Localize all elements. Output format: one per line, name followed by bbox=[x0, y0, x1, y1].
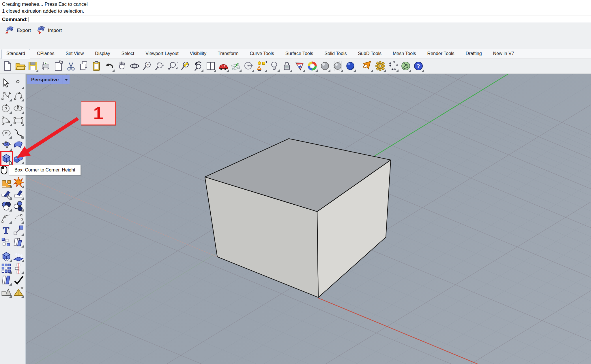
save-file-icon[interactable] bbox=[27, 60, 39, 72]
zoom-window-icon[interactable] bbox=[154, 60, 166, 72]
tool-ellipse[interactable] bbox=[13, 103, 24, 114]
tab-select[interactable]: Select bbox=[121, 49, 134, 59]
flyout-corner-icon bbox=[290, 69, 292, 72]
tool-split[interactable] bbox=[13, 188, 24, 200]
tool-blend-curve[interactable] bbox=[13, 212, 24, 224]
export-button[interactable]: Export bbox=[3, 25, 33, 36]
tab-display[interactable]: Display bbox=[95, 49, 110, 59]
tab-standard[interactable]: Standard bbox=[1, 49, 30, 59]
viewport-menu-dropdown[interactable] bbox=[63, 75, 70, 84]
tool-scale[interactable] bbox=[13, 225, 24, 236]
render-icon[interactable] bbox=[345, 60, 356, 72]
tool-text[interactable]: T bbox=[1, 225, 12, 236]
tool-check-objects[interactable] bbox=[13, 274, 24, 286]
tool-fillet-curve[interactable] bbox=[1, 212, 12, 224]
tool-curved-surface[interactable] bbox=[13, 140, 24, 151]
viewport-layout-icon[interactable] bbox=[205, 60, 216, 72]
render-preview-icon[interactable] bbox=[319, 60, 331, 72]
tool-sphere[interactable] bbox=[13, 153, 24, 164]
paste-icon[interactable] bbox=[91, 60, 102, 72]
tool-explode[interactable] bbox=[13, 177, 24, 188]
zoom-dynamic-icon[interactable]: ± bbox=[141, 60, 153, 72]
tab-curve-tools[interactable]: Curve Tools bbox=[250, 49, 274, 59]
tab-drafting[interactable]: Drafting bbox=[466, 49, 482, 59]
tool-trim[interactable] bbox=[1, 188, 12, 200]
world-globe-icon[interactable] bbox=[400, 60, 412, 72]
new-file-icon[interactable] bbox=[2, 60, 13, 72]
flyout-corner-icon bbox=[421, 69, 424, 72]
tab-visibility[interactable]: Visibility bbox=[190, 49, 207, 59]
tab-cplanes[interactable]: CPlanes bbox=[37, 49, 54, 59]
flyout-corner-icon bbox=[21, 185, 24, 188]
tool-pyramid[interactable] bbox=[13, 286, 24, 298]
tool-join[interactable] bbox=[1, 177, 12, 188]
undo-view-change-icon[interactable] bbox=[192, 60, 204, 72]
tool-boolean-solid[interactable] bbox=[1, 251, 12, 262]
tab-set-view[interactable]: Set View bbox=[66, 49, 84, 59]
named-view-icon[interactable] bbox=[243, 60, 255, 72]
selection-filter-icon[interactable] bbox=[256, 60, 267, 72]
viewport-title-tab[interactable]: Perspective bbox=[27, 75, 70, 84]
help-icon[interactable]: ? bbox=[413, 60, 424, 72]
box-face bbox=[317, 160, 391, 297]
tool-arc[interactable] bbox=[1, 115, 12, 127]
tool-group[interactable] bbox=[1, 236, 12, 248]
import-button[interactable]: Import bbox=[34, 25, 63, 36]
tool-freeform-curve[interactable] bbox=[13, 127, 24, 139]
tool-control-point-curve[interactable] bbox=[1, 90, 12, 102]
tab-render-tools[interactable]: Render Tools bbox=[427, 49, 455, 59]
tool-select[interactable] bbox=[1, 78, 12, 89]
zoom-selected-icon[interactable] bbox=[167, 60, 178, 72]
tool-offset-surface[interactable] bbox=[1, 274, 12, 286]
spotlight-icon[interactable] bbox=[362, 60, 373, 72]
tool-rectangle[interactable] bbox=[13, 115, 24, 127]
tool-point[interactable] bbox=[13, 78, 24, 89]
tab-mesh-tools[interactable]: Mesh Tools bbox=[393, 49, 416, 59]
tab-surface-tools[interactable]: Surface Tools bbox=[285, 49, 313, 59]
options-icon[interactable] bbox=[375, 60, 386, 72]
flyout-corner-icon bbox=[214, 69, 216, 72]
tab-subd-tools[interactable]: SubD Tools bbox=[358, 49, 381, 59]
tab-transform[interactable]: Transform bbox=[218, 49, 238, 59]
tab-solid-tools[interactable]: Solid Tools bbox=[324, 49, 347, 59]
rotate-view-icon[interactable] bbox=[129, 60, 140, 72]
lock-objects-icon[interactable] bbox=[281, 60, 293, 72]
flyout-corner-icon bbox=[264, 69, 267, 72]
cut-icon[interactable] bbox=[65, 60, 77, 72]
flyout-corner-icon bbox=[21, 148, 24, 151]
lights-icon[interactable] bbox=[268, 60, 280, 72]
tool-interpolate-curve[interactable] bbox=[13, 90, 24, 102]
zoom-target-icon[interactable] bbox=[179, 60, 191, 72]
tool-array[interactable] bbox=[1, 263, 12, 274]
open-file-icon[interactable] bbox=[14, 60, 26, 72]
pan-view-icon[interactable] bbox=[116, 60, 128, 72]
flyout-corner-icon bbox=[21, 197, 24, 200]
page-edit-icon[interactable] bbox=[53, 60, 64, 72]
print-icon[interactable] bbox=[40, 60, 51, 72]
tool-boolean-difference[interactable] bbox=[13, 200, 24, 212]
import-label: Import bbox=[48, 28, 62, 33]
tool-surface-from-points[interactable] bbox=[1, 140, 12, 151]
tool-extrude-surface[interactable] bbox=[13, 251, 24, 262]
tool-boolean-union[interactable] bbox=[1, 200, 12, 212]
tool-circle[interactable] bbox=[1, 103, 12, 114]
render-grid-icon[interactable] bbox=[332, 60, 343, 72]
copy-icon[interactable] bbox=[78, 60, 89, 72]
tool-change-layer[interactable] bbox=[13, 236, 24, 248]
command-history-area: Creating meshes... Press Esc to cancel 1… bbox=[0, 0, 591, 22]
tool-solid-primitives[interactable] bbox=[1, 286, 12, 298]
color-picker-icon[interactable] bbox=[306, 60, 318, 72]
tool-distribute[interactable] bbox=[13, 263, 24, 274]
flyout-corner-icon bbox=[21, 245, 24, 248]
dimensions-icon[interactable] bbox=[387, 60, 399, 72]
tab-viewport-layout[interactable]: Viewport Layout bbox=[145, 49, 178, 59]
flyout-corner-icon bbox=[21, 221, 24, 224]
flyout-corner-icon bbox=[328, 69, 330, 72]
tool-polygon[interactable] bbox=[1, 127, 12, 139]
tab-new-in-v7[interactable]: New in V7 bbox=[493, 49, 514, 59]
display-mode-car-icon[interactable] bbox=[218, 60, 229, 72]
undo-icon[interactable] bbox=[103, 60, 115, 72]
viewport-title[interactable]: Perspective bbox=[27, 75, 63, 84]
cplane-icon[interactable] bbox=[230, 60, 242, 72]
shaded-display-icon[interactable] bbox=[294, 60, 305, 72]
